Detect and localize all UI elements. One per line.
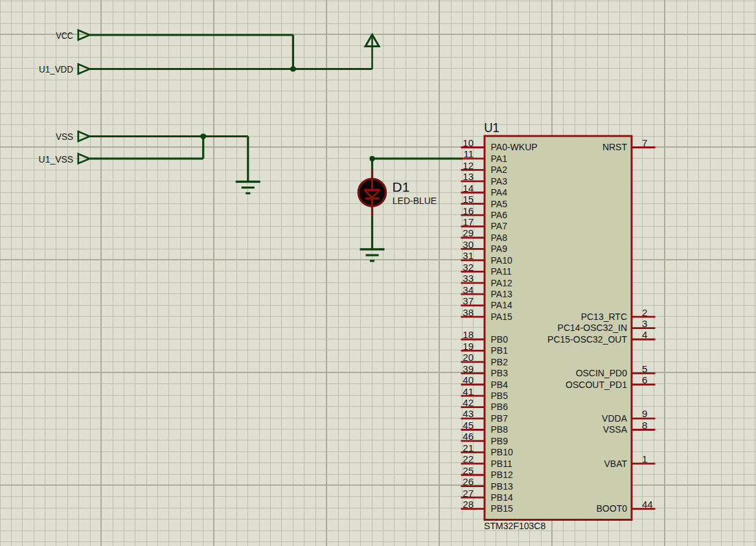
svg-text:PB12: PB12 — [491, 470, 513, 480]
svg-text:NRST: NRST — [602, 142, 628, 152]
svg-text:PC15-OSC32_OUT: PC15-OSC32_OUT — [547, 334, 627, 345]
svg-text:PB11: PB11 — [491, 459, 512, 469]
svg-text:PB10: PB10 — [491, 447, 513, 457]
svg-text:9: 9 — [642, 408, 647, 419]
svg-text:PC14-OSC32_IN: PC14-OSC32_IN — [558, 323, 627, 333]
svg-text:PB9: PB9 — [491, 436, 509, 446]
svg-text:U1_VSS: U1_VSS — [39, 154, 73, 165]
svg-text:PB7: PB7 — [491, 413, 509, 424]
svg-text:PA10: PA10 — [491, 255, 512, 266]
svg-text:PB8: PB8 — [491, 424, 509, 435]
svg-text:D1: D1 — [393, 179, 410, 194]
svg-text:BOOT0: BOOT0 — [597, 503, 628, 514]
svg-text:14: 14 — [463, 183, 474, 194]
svg-text:32: 32 — [463, 262, 474, 273]
svg-text:VCC: VCC — [56, 30, 73, 41]
svg-text:PA15: PA15 — [491, 312, 512, 322]
svg-text:21: 21 — [463, 442, 474, 453]
svg-text:OSCOUT_PD1: OSCOUT_PD1 — [566, 380, 627, 390]
svg-text:7: 7 — [642, 137, 647, 148]
svg-text:30: 30 — [463, 239, 474, 250]
svg-text:PC13_RTC: PC13_RTC — [581, 312, 627, 322]
svg-text:PA13: PA13 — [491, 289, 512, 299]
svg-text:33: 33 — [463, 273, 474, 284]
svg-text:VSSA: VSSA — [603, 424, 628, 435]
svg-text:17: 17 — [463, 216, 474, 227]
svg-text:3: 3 — [642, 318, 647, 329]
svg-text:PB2: PB2 — [491, 357, 509, 367]
svg-text:38: 38 — [463, 307, 474, 318]
svg-text:PA8: PA8 — [491, 233, 508, 243]
svg-text:15: 15 — [463, 194, 474, 205]
svg-text:PA12: PA12 — [491, 278, 512, 288]
svg-text:10: 10 — [463, 137, 474, 148]
svg-text:PA5: PA5 — [491, 199, 508, 209]
svg-text:U1_VDD: U1_VDD — [39, 63, 73, 74]
svg-text:PA7: PA7 — [491, 221, 508, 231]
svg-text:STM32F103C8: STM32F103C8 — [484, 520, 545, 531]
svg-text:PB4: PB4 — [491, 380, 509, 390]
svg-text:34: 34 — [463, 284, 474, 295]
svg-text:46: 46 — [463, 431, 474, 442]
svg-text:20: 20 — [463, 352, 474, 363]
svg-text:PA6: PA6 — [491, 210, 508, 220]
svg-text:OSCIN_PD0: OSCIN_PD0 — [576, 368, 628, 378]
svg-text:31: 31 — [463, 250, 474, 261]
svg-text:29: 29 — [463, 227, 474, 238]
svg-text:39: 39 — [463, 363, 474, 374]
svg-text:11: 11 — [463, 148, 474, 159]
svg-text:PA1: PA1 — [491, 154, 508, 164]
svg-text:PB6: PB6 — [491, 402, 509, 412]
svg-text:PA11: PA11 — [491, 266, 512, 277]
svg-text:27: 27 — [463, 488, 474, 499]
svg-text:19: 19 — [463, 341, 474, 352]
svg-text:PA0-WKUP: PA0-WKUP — [491, 142, 538, 152]
svg-text:12: 12 — [463, 160, 474, 171]
svg-text:4: 4 — [642, 329, 647, 340]
svg-text:16: 16 — [463, 205, 474, 216]
svg-text:44: 44 — [642, 499, 653, 510]
svg-text:37: 37 — [463, 295, 474, 306]
svg-text:LED-BLUE: LED-BLUE — [393, 195, 437, 206]
svg-text:PA3: PA3 — [491, 176, 508, 187]
svg-text:VBAT: VBAT — [604, 459, 627, 469]
svg-text:PA14: PA14 — [491, 300, 512, 310]
svg-text:42: 42 — [463, 397, 474, 408]
svg-text:PA2: PA2 — [491, 165, 508, 175]
svg-text:PB0: PB0 — [491, 334, 509, 345]
svg-text:PB5: PB5 — [491, 391, 509, 401]
svg-text:PB13: PB13 — [491, 481, 513, 492]
svg-text:5: 5 — [642, 363, 647, 374]
svg-text:PB15: PB15 — [491, 503, 513, 514]
svg-text:VSS: VSS — [56, 131, 73, 142]
svg-text:43: 43 — [463, 408, 474, 419]
svg-text:PA4: PA4 — [491, 187, 508, 198]
svg-text:1: 1 — [642, 453, 647, 464]
svg-text:PA9: PA9 — [491, 244, 508, 254]
svg-text:2: 2 — [642, 307, 647, 318]
svg-text:U1: U1 — [484, 120, 499, 135]
svg-text:8: 8 — [642, 420, 647, 431]
svg-text:PB3: PB3 — [491, 368, 509, 378]
svg-text:VDDA: VDDA — [602, 413, 628, 424]
svg-text:PB1: PB1 — [491, 345, 509, 356]
svg-text:45: 45 — [463, 420, 474, 431]
svg-text:40: 40 — [463, 374, 474, 385]
svg-text:22: 22 — [463, 453, 474, 464]
svg-text:6: 6 — [642, 374, 647, 385]
svg-text:28: 28 — [463, 499, 474, 510]
svg-text:26: 26 — [463, 476, 474, 487]
svg-text:18: 18 — [463, 329, 474, 340]
svg-text:PB14: PB14 — [491, 492, 513, 503]
svg-text:13: 13 — [463, 171, 474, 182]
svg-text:25: 25 — [463, 465, 474, 476]
svg-text:41: 41 — [463, 386, 474, 397]
